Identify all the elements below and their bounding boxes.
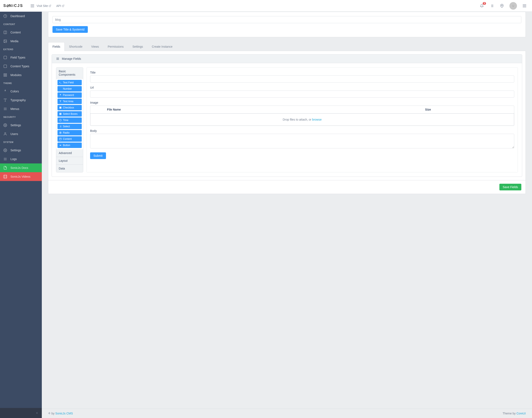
sidebar-section-system: SYSTEM xyxy=(0,138,42,146)
browse-link[interactable]: browse xyxy=(312,118,322,121)
components-panel: Basic Components Text Field Number Passw… xyxy=(56,67,83,173)
svg-rect-28 xyxy=(4,75,5,77)
panel-group-layout[interactable]: Layout xyxy=(56,157,83,165)
component-select[interactable]: Select xyxy=(58,124,82,129)
fields-card: Manage Fields Basic Components Text Fiel… xyxy=(48,51,526,194)
svg-point-36 xyxy=(5,150,6,151)
panel-group-basic[interactable]: Basic Components xyxy=(56,68,83,79)
title-input[interactable] xyxy=(52,16,521,23)
component-button[interactable]: Button xyxy=(58,142,82,148)
main-content: Save Title & SystemId Fields Shortcode V… xyxy=(42,12,532,418)
sidebar: Dashboard CONTENT Content Media EXTEND F… xyxy=(0,12,42,418)
component-select-boxes[interactable]: Select Boxes xyxy=(58,111,82,117)
card-footer: Save Fields xyxy=(48,180,526,194)
location-icon[interactable] xyxy=(498,2,506,10)
svg-rect-24 xyxy=(4,65,7,68)
svg-marker-59 xyxy=(48,412,50,414)
sidebar-item-videos[interactable]: SonicJs Videos xyxy=(0,172,42,181)
sidebar-item-content[interactable]: Content xyxy=(0,28,42,37)
svg-point-34 xyxy=(5,125,6,126)
file-table: File Name Size Drop files to attach, or … xyxy=(90,105,514,126)
svg-rect-58 xyxy=(60,145,61,146)
svg-rect-25 xyxy=(4,74,5,75)
right-menu-toggle-icon[interactable] xyxy=(520,2,529,10)
sidebar-section-theme: THEME xyxy=(0,80,42,87)
sidebar-item-docs[interactable]: SonicJs Docs xyxy=(0,163,42,172)
coreui-link[interactable]: CoreUI xyxy=(517,412,526,415)
list-icon xyxy=(56,57,59,60)
title-card: Save Title & SystemId xyxy=(48,12,526,37)
svg-rect-27 xyxy=(6,75,7,77)
sidebar-item-modules[interactable]: Modules xyxy=(0,71,42,80)
save-title-button[interactable]: Save Title & SystemId xyxy=(52,26,88,33)
sonicjs-link[interactable]: SonicJs CMS xyxy=(55,412,73,415)
sidebar-item-menus[interactable]: Menus xyxy=(0,104,42,113)
component-number[interactable]: Number xyxy=(58,86,82,92)
submit-button[interactable]: Submit xyxy=(90,152,106,159)
panel-group-advanced[interactable]: Advanced xyxy=(56,149,83,157)
image-label: Image xyxy=(90,101,514,104)
tabs: Fields Shortcode Views Permissions Setti… xyxy=(48,42,526,51)
url-label: Url xyxy=(90,86,514,89)
sidebar-item-users[interactable]: Users xyxy=(0,129,42,138)
svg-point-13 xyxy=(514,5,514,6)
svg-rect-26 xyxy=(6,74,7,75)
component-checkbox[interactable]: Checkbox xyxy=(58,105,82,110)
sidebar-item-colors[interactable]: Colors xyxy=(0,87,42,96)
svg-rect-56 xyxy=(59,138,61,140)
form-url-input[interactable] xyxy=(90,91,514,98)
svg-point-22 xyxy=(4,40,5,41)
api-link[interactable]: API xyxy=(56,4,64,8)
component-radio[interactable]: Radio xyxy=(58,130,82,135)
sidebar-collapse-button[interactable] xyxy=(0,408,42,418)
notifications-button[interactable]: 5 xyxy=(478,2,486,10)
save-fields-button[interactable]: Save Fields xyxy=(499,184,521,190)
sidebar-section-security: SECURITY xyxy=(0,113,42,121)
sidebar-item-content-types[interactable]: Content Types xyxy=(0,62,42,71)
tab-settings[interactable]: Settings xyxy=(128,42,148,51)
form-body-textarea[interactable] xyxy=(90,134,514,148)
component-content[interactable]: Content xyxy=(58,136,82,142)
sidebar-section-content: CONTENT xyxy=(0,21,42,28)
svg-point-35 xyxy=(5,132,6,134)
file-name-column: File Name xyxy=(93,108,344,111)
bolt-icon xyxy=(48,412,51,414)
sidebar-item-system-settings[interactable]: Settings xyxy=(0,146,42,155)
visit-site-link[interactable]: Visit Site xyxy=(36,4,51,8)
form-builder-area[interactable]: Title Url Image Fi xyxy=(87,67,518,173)
component-text-area[interactable]: Text Area xyxy=(58,99,82,104)
svg-point-55 xyxy=(60,132,61,133)
list-icon[interactable] xyxy=(488,2,496,10)
file-dropzone[interactable]: Drop files to attach, or browse xyxy=(90,114,514,126)
svg-rect-23 xyxy=(4,56,7,59)
sidebar-item-dashboard[interactable]: Dashboard xyxy=(0,12,42,21)
svg-rect-40 xyxy=(4,175,7,178)
body-label: Body xyxy=(90,129,514,132)
sidebar-item-settings[interactable]: Settings xyxy=(0,121,42,129)
svg-point-12 xyxy=(512,5,513,6)
title-label: Title xyxy=(90,71,514,74)
menu-toggle-icon[interactable] xyxy=(28,2,36,10)
component-password[interactable]: Password xyxy=(58,92,82,98)
tab-fields[interactable]: Fields xyxy=(48,42,65,51)
page-footer: by SonicJs CMS Theme by CoreUI xyxy=(42,409,532,418)
component-text-field[interactable]: Text Field xyxy=(58,80,82,85)
form-title-input[interactable] xyxy=(90,75,514,82)
sidebar-item-media[interactable]: Media xyxy=(0,37,42,46)
sidebar-section-extend: EXTEND xyxy=(0,46,42,53)
panel-group-data[interactable]: Data xyxy=(56,165,83,172)
sidebar-item-typography[interactable]: Typography xyxy=(0,96,42,104)
size-column: Size xyxy=(344,108,512,111)
component-time[interactable]: Time xyxy=(58,117,82,123)
manage-fields-header: Manage Fields xyxy=(52,55,522,63)
svg-point-11 xyxy=(501,5,503,6)
sidebar-item-logs[interactable]: Logs xyxy=(0,155,42,163)
tab-permissions[interactable]: Permissions xyxy=(103,42,128,51)
tab-views[interactable]: Views xyxy=(87,42,103,51)
logo[interactable]: SNiCJS xyxy=(3,4,23,8)
user-avatar[interactable] xyxy=(509,2,517,10)
notification-badge: 5 xyxy=(483,2,486,5)
tab-shortcode[interactable]: Shortcode xyxy=(65,42,87,51)
sidebar-item-field-types[interactable]: Field Types xyxy=(0,53,42,62)
tab-create-instance[interactable]: Create Instance xyxy=(147,42,177,51)
